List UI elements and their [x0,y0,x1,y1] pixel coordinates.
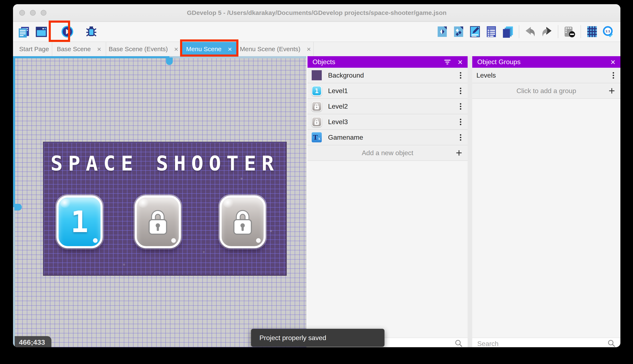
save-toast: Project properly saved [251,329,385,347]
add-group-button[interactable]: Click to add a group + [472,83,620,99]
panel-gap [468,56,472,347]
level1-number-label: 1 [59,198,101,246]
toolbar: 1:1 [13,22,620,42]
object-row-level3[interactable]: Level3 [307,114,468,130]
close-panel-icon[interactable]: × [610,58,615,66]
play-icon[interactable] [61,26,74,38]
object-groups-search-bar [472,338,620,347]
close-panel-icon[interactable]: × [458,58,463,66]
instances-list-icon[interactable] [485,26,497,38]
undo-icon[interactable] [524,26,536,38]
group-row-levels[interactable]: Levels [472,68,620,83]
close-tab-icon[interactable]: × [174,46,178,53]
scene-editor-canvas[interactable]: SPACE SHOOTER 1 [13,56,306,347]
background-thumbnail [312,70,322,80]
svg-text:1:1: 1:1 [605,29,610,33]
mask-icon[interactable] [563,26,575,38]
tab-bar: Start Page Base Scene × Base Scene (Even… [13,42,620,56]
kebab-menu-icon[interactable] [610,71,616,80]
tab-label: Menu Scene (Events) [240,46,300,53]
object-row-level2[interactable]: Level2 [307,99,468,114]
debug-icon[interactable] [85,26,97,38]
tab-label: Menu Scene [186,46,221,53]
add-group-label: Click to add a group [516,87,576,95]
object-groups-panel: Object Groups × Levels Click to add a gr… [472,56,620,347]
tab-menu-scene[interactable]: Menu Scene × [181,42,237,56]
level3-button-instance[interactable] [219,196,266,248]
tab-label: Start Page [19,46,49,53]
kebab-menu-icon[interactable] [458,118,463,126]
gamename-text-instance[interactable]: SPACE SHOOTER [44,152,286,175]
tab-menu-scene-events[interactable]: Menu Scene (Events) × [237,42,314,56]
zoom-one-to-one-icon[interactable]: 1:1 [602,26,614,38]
level1-thumbnail: 1 [312,86,322,96]
objects-panel-empty-area [307,161,468,338]
toolbar-left-group [13,26,97,38]
selection-left-edge-active [13,56,15,207]
text-object-thumbnail: Tx [312,132,322,142]
object-row-background[interactable]: Background [307,68,468,83]
grid-icon[interactable] [586,26,598,38]
tab-label: Base Scene (Events) [109,46,168,53]
gdevelop-window: GDevelop 5 - /Users/dkarakay/Documents/G… [13,4,620,347]
object-name: Background [328,72,364,79]
tab-base-scene[interactable]: Base Scene × [52,42,106,56]
background-object-instance[interactable]: SPACE SHOOTER 1 [43,142,287,276]
tab-base-scene-events[interactable]: Base Scene (Events) × [106,42,181,56]
objects-panel-header: Objects × [307,56,468,68]
close-tab-icon[interactable]: × [97,46,101,53]
edit-properties-icon[interactable] [469,26,481,38]
scene-stars-decoration [44,142,45,144]
add-object-label: Add a new object [362,149,414,157]
cursor-coordinates: 466;433 [15,336,52,347]
minimize-window-button[interactable] [30,10,36,16]
layers-icon[interactable] [502,26,514,38]
kebab-menu-icon[interactable] [458,71,463,80]
object-groups-search-input[interactable] [477,340,607,348]
close-tab-icon[interactable]: × [228,46,232,53]
filter-icon[interactable] [444,60,451,64]
level2-thumbnail-lock-icon [312,101,322,111]
start-page-icon[interactable] [35,26,48,38]
traffic-lights [19,10,46,16]
object-name: Gamename [328,134,363,141]
selection-left-resize-handle[interactable] [14,204,22,210]
tab-start-page[interactable]: Start Page [16,42,52,56]
object-groups-icon[interactable] [453,26,465,38]
maximize-window-button[interactable] [41,10,46,16]
toolbar-right-group: 1:1 [436,22,614,42]
toast-message: Project properly saved [259,334,326,342]
plus-icon: + [456,146,462,159]
objects-panel-title: Objects [312,58,437,66]
redo-icon[interactable] [541,26,553,38]
search-icon [455,339,463,347]
add-new-object-button[interactable]: Add a new object + [307,145,468,161]
level1-button-instance[interactable]: 1 [57,196,103,248]
selection-top-edge-active [13,56,169,58]
level3-thumbnail-lock-icon [312,117,322,127]
kebab-menu-icon[interactable] [458,102,463,111]
main-area: SPACE SHOOTER 1 [13,56,620,347]
close-tab-icon[interactable]: × [307,46,311,53]
tab-label: Base Scene [57,46,91,53]
close-window-button[interactable] [19,10,25,16]
kebab-menu-icon[interactable] [458,86,463,96]
thumb-letter-x: x [318,136,321,141]
level2-button-instance[interactable] [135,196,181,248]
object-groups-panel-header: Object Groups × [472,56,620,68]
toolbar-separator [558,25,558,38]
toolbar-separator [519,25,519,38]
lock-icon [222,198,264,246]
window-title: GDevelop 5 - /Users/dkarakay/Documents/G… [187,9,446,16]
export-object-icon[interactable] [436,26,448,38]
kebab-menu-icon[interactable] [458,133,463,142]
object-groups-empty-area [472,99,620,338]
object-row-gamename[interactable]: Tx Gamename [307,130,468,145]
selection-top-resize-handle[interactable] [166,58,173,65]
thumb-letter-t: T [313,133,318,141]
object-row-level1[interactable]: 1 Level1 [307,83,468,99]
object-name: Level1 [328,87,348,95]
project-manager-icon[interactable] [18,26,30,38]
group-name: Levels [476,72,496,79]
plus-icon: + [609,84,615,97]
